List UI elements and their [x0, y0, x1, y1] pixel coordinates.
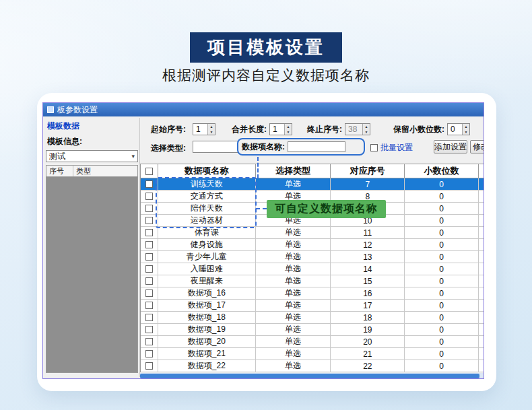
row-checkbox[interactable] [145, 193, 153, 200]
add-setting-button[interactable]: 添加设置 [434, 140, 467, 153]
merge-len-spinner[interactable]: 1 ▲▼ [269, 123, 292, 135]
header-checkbox-cell[interactable] [141, 164, 158, 178]
decimals-spinner[interactable]: 0 ▲▼ [447, 123, 470, 135]
table-row[interactable]: 数据项_18单选180 [140, 312, 484, 324]
row-type-cell: 单选 [256, 251, 331, 263]
row-name-cell: 数据项_17 [158, 300, 256, 312]
table-row[interactable]: 体育课单选110 [140, 227, 484, 239]
row-checkbox-cell[interactable] [141, 324, 158, 336]
row-extra-cell [479, 348, 484, 360]
table-row[interactable]: 数据项_20单选200 [140, 336, 484, 348]
row-checkbox[interactable] [145, 302, 153, 309]
modify-setting-button[interactable]: 修改设置 [470, 140, 484, 153]
row-checkbox-cell[interactable] [141, 215, 158, 227]
row-seq-cell: 13 [331, 251, 405, 263]
row-checkbox[interactable] [145, 362, 153, 370]
window-title: 板参数设置 [57, 104, 98, 116]
row-checkbox[interactable] [145, 205, 153, 212]
table-row[interactable]: 训练天数单选70 [140, 178, 484, 191]
row-checkbox[interactable] [145, 180, 153, 188]
end-seq-value: 38 [345, 124, 362, 135]
row-name-cell: 体育课 [158, 227, 256, 239]
window-titlebar[interactable]: 板参数设置 [43, 103, 484, 116]
row-dec-cell: 0 [405, 348, 479, 360]
row-checkbox-cell[interactable] [141, 263, 158, 275]
table-row[interactable]: 数据项_19单选190 [140, 324, 484, 336]
select-all-checkbox[interactable] [145, 168, 153, 175]
template-select[interactable]: 测试 ▾ [46, 150, 138, 162]
row-checkbox[interactable] [145, 253, 153, 261]
decimals-label: 保留小数位数: [393, 123, 444, 135]
header-name[interactable]: 数据项名称 [158, 164, 256, 178]
row-checkbox-cell[interactable] [141, 300, 158, 312]
row-checkbox[interactable] [145, 217, 153, 224]
row-checkbox[interactable] [145, 338, 153, 345]
header-seq[interactable]: 对应序号 [331, 164, 405, 178]
row-checkbox-cell[interactable] [141, 287, 158, 300]
row-dec-cell: 0 [405, 300, 479, 312]
item-name-input[interactable] [288, 141, 345, 152]
row-checkbox-cell[interactable] [141, 191, 158, 203]
row-type-cell: 单选 [256, 336, 331, 348]
spinner-arrows-icon[interactable]: ▲▼ [207, 124, 215, 135]
header-extra [479, 164, 484, 178]
row-checkbox-cell[interactable] [141, 348, 158, 360]
tab-template-data[interactable]: 模板数据 [46, 119, 138, 135]
end-seq-label: 终止序号: [307, 123, 342, 135]
row-checkbox[interactable] [145, 289, 153, 297]
row-checkbox[interactable] [145, 326, 153, 333]
row-checkbox[interactable] [145, 350, 153, 357]
row-checkbox[interactable] [145, 265, 153, 273]
start-seq-spinner[interactable]: 1 ▲▼ [193, 123, 215, 135]
table-row[interactable]: 数据项_17单选170 [140, 300, 484, 312]
spinner-arrows-icon[interactable]: ▲▼ [284, 124, 292, 135]
page-subtitle: 根据测评内容自定义数据项名称 [0, 66, 532, 85]
row-extra-cell [479, 191, 484, 203]
row-dec-cell: 0 [405, 324, 479, 336]
table-row[interactable]: 健身设施单选120 [140, 239, 484, 251]
table-row[interactable]: 青少年儿童单选130 [140, 251, 484, 263]
table-row[interactable]: 入睡困难单选140 [140, 263, 484, 275]
row-checkbox-cell[interactable] [141, 203, 158, 215]
row-dec-cell: 0 [405, 360, 479, 372]
row-checkbox-cell[interactable] [141, 227, 158, 239]
start-seq-value: 1 [193, 124, 207, 135]
row-checkbox[interactable] [145, 229, 153, 236]
left-col-seq: 序号 [46, 166, 73, 176]
row-extra-cell [479, 300, 484, 312]
row-checkbox-cell[interactable] [141, 251, 158, 263]
row-checkbox-cell[interactable] [141, 312, 158, 324]
horizontal-scrollbar[interactable] [140, 373, 484, 379]
spinner-arrows-icon[interactable]: ▲▼ [462, 124, 469, 135]
row-checkbox[interactable] [145, 277, 153, 285]
table-row[interactable]: 数据项_21单选210 [140, 348, 484, 360]
table-row[interactable]: 数据项_16单选160 [140, 287, 484, 300]
row-seq-cell: 15 [331, 275, 405, 287]
item-name-label: 数据项名称: [242, 141, 285, 153]
header-dec[interactable]: 小数位数 [405, 164, 479, 178]
batch-label: 批量设置 [380, 142, 413, 153]
row-checkbox-cell[interactable] [141, 275, 158, 287]
row-checkbox-cell[interactable] [141, 360, 158, 372]
row-checkbox[interactable] [145, 314, 153, 321]
row-checkbox-cell[interactable] [141, 239, 158, 251]
row-dec-cell: 0 [405, 215, 479, 227]
row-dec-cell: 0 [405, 263, 479, 275]
row-dec-cell: 0 [405, 251, 479, 263]
row-extra-cell [479, 239, 484, 251]
table-row[interactable]: 夜里醒来单选150 [140, 275, 484, 287]
row-checkbox-cell[interactable] [141, 178, 158, 191]
annotation-callout: 可自定义数据项名称 [267, 200, 386, 218]
batch-setting[interactable]: 批量设置 [370, 142, 413, 153]
table-row[interactable]: 数据项_22单选220 [140, 360, 484, 372]
row-seq-cell: 18 [331, 312, 405, 324]
annotation-connector-line [256, 208, 267, 209]
row-seq-cell: 19 [331, 324, 405, 336]
header-type[interactable]: 选择类型 [256, 164, 331, 178]
row-seq-cell: 11 [331, 227, 405, 239]
batch-checkbox[interactable] [370, 144, 378, 151]
scrollbar-thumb[interactable] [140, 374, 479, 378]
row-checkbox-cell[interactable] [141, 336, 158, 348]
left-list-empty[interactable] [46, 176, 138, 373]
row-checkbox[interactable] [145, 241, 153, 248]
